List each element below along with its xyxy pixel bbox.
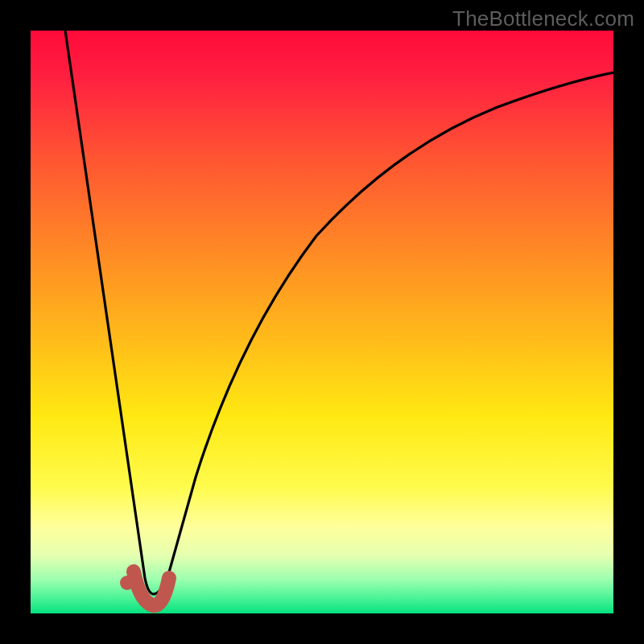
- bottleneck-curve: [65, 31, 613, 594]
- chart-frame: TheBottleneck.com: [0, 0, 644, 644]
- watermark-text: TheBottleneck.com: [452, 6, 634, 31]
- recommended-range-marker: [134, 572, 169, 605]
- optimal-point-marker: [120, 576, 134, 590]
- plot-area: [31, 31, 613, 613]
- chart-svg: [31, 31, 613, 613]
